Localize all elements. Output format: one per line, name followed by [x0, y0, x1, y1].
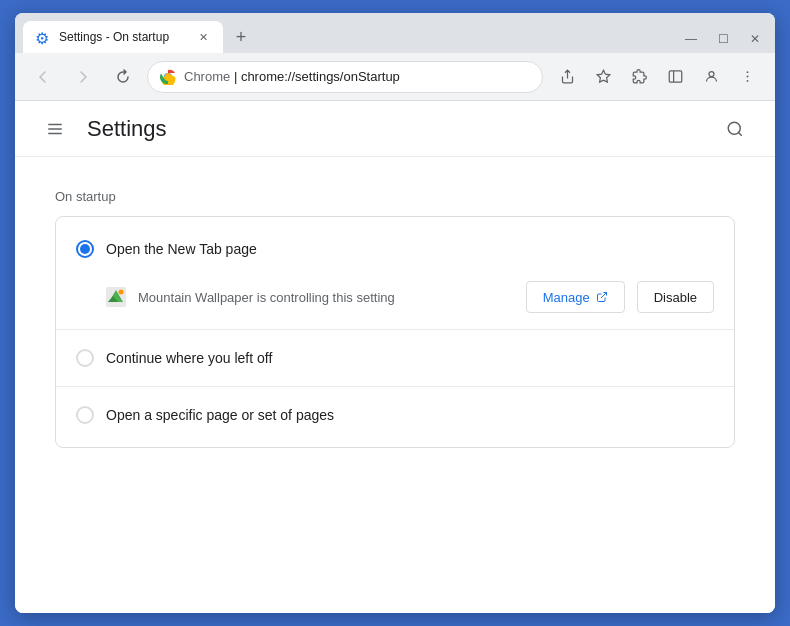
url-text: chrome://settings/onStartup	[241, 69, 400, 84]
mountain-wallpaper-icon	[106, 287, 126, 307]
settings-header: Settings	[15, 101, 775, 157]
back-button[interactable]	[27, 61, 59, 93]
disable-button[interactable]: Disable	[637, 281, 714, 313]
title-bar: ⚙ Settings - On startup ✕ + — ☐ ✕	[15, 13, 775, 53]
tab-close-button[interactable]: ✕	[195, 29, 211, 45]
hamburger-menu-icon[interactable]	[39, 113, 71, 145]
window-controls: — ☐ ✕	[679, 29, 767, 49]
svg-point-5	[709, 72, 714, 77]
address-bar[interactable]: Chrome | chrome://settings/onStartup	[147, 61, 543, 93]
manage-button[interactable]: Manage	[526, 281, 625, 313]
maximize-button[interactable]: ☐	[711, 29, 735, 49]
settings-page: Settings PC On startup Open the New Tab …	[15, 101, 775, 613]
radio-specific-page[interactable]	[76, 406, 94, 424]
option-specific-page-label: Open a specific page or set of pages	[106, 407, 714, 423]
option-specific-page[interactable]: Open a specific page or set of pages	[56, 391, 734, 439]
disable-label: Disable	[654, 290, 697, 305]
svg-point-18	[119, 290, 124, 295]
radio-continue[interactable]	[76, 349, 94, 367]
browser-tab[interactable]: ⚙ Settings - On startup ✕	[23, 21, 223, 53]
svg-line-19	[601, 293, 607, 299]
address-separator: |	[234, 69, 241, 84]
browser-window: ⚙ Settings - On startup ✕ + — ☐ ✕	[15, 13, 775, 613]
address-text: Chrome | chrome://settings/onStartup	[184, 69, 530, 84]
bookmark-icon[interactable]	[587, 61, 619, 93]
svg-point-7	[746, 76, 748, 78]
toolbar-actions	[551, 61, 763, 93]
extension-control-row: Mountain Wallpaper is controlling this s…	[56, 273, 734, 325]
tab-title: Settings - On startup	[59, 30, 187, 44]
section-label: On startup	[55, 189, 735, 204]
new-tab-button[interactable]: +	[227, 23, 255, 51]
forward-button[interactable]	[67, 61, 99, 93]
external-link-icon	[596, 291, 608, 303]
profile-icon[interactable]	[695, 61, 727, 93]
option-continue-label: Continue where you left off	[106, 350, 714, 366]
manage-label: Manage	[543, 290, 590, 305]
svg-line-13	[738, 132, 741, 135]
option-continue[interactable]: Continue where you left off	[56, 334, 734, 382]
divider-2	[56, 386, 734, 387]
sidebar-toggle-icon[interactable]	[659, 61, 691, 93]
svg-point-8	[746, 80, 748, 82]
svg-rect-3	[669, 71, 682, 82]
chrome-logo-icon	[160, 69, 176, 85]
share-icon[interactable]	[551, 61, 583, 93]
radio-open-new-tab[interactable]	[76, 240, 94, 258]
close-button[interactable]: ✕	[743, 29, 767, 49]
extension-message: Mountain Wallpaper is controlling this s…	[138, 290, 514, 305]
browser-toolbar: Chrome | chrome://settings/onStartup	[15, 53, 775, 101]
svg-marker-2	[597, 70, 610, 82]
svg-point-12	[728, 122, 740, 134]
startup-options-card: Open the New Tab page Mountain Wallpaper…	[55, 216, 735, 448]
minimize-button[interactable]: —	[679, 29, 703, 49]
svg-point-6	[746, 71, 748, 73]
settings-search-button[interactable]	[719, 113, 751, 145]
menu-dots-icon[interactable]	[731, 61, 763, 93]
reload-button[interactable]	[107, 61, 139, 93]
divider-1	[56, 329, 734, 330]
site-name: Chrome	[184, 69, 230, 84]
settings-page-title: Settings	[87, 116, 167, 142]
extensions-icon[interactable]	[623, 61, 655, 93]
settings-content: PC On startup Open the New Tab page	[15, 157, 775, 613]
tab-favicon-icon: ⚙	[35, 29, 51, 45]
option-open-new-tab[interactable]: Open the New Tab page	[56, 225, 734, 273]
option-open-new-tab-label: Open the New Tab page	[106, 241, 714, 257]
